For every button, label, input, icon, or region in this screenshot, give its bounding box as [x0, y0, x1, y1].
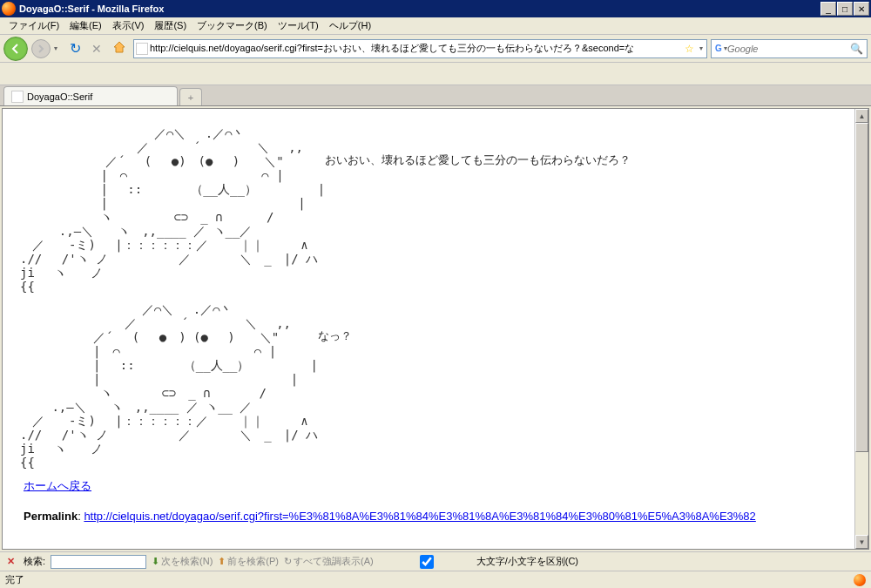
aa-block-1: ／⌒＼ .／⌒丶 ／ ´ ＼ ,, ／´ ( ●) (● ) ＼" | ⌒ ⌒ …: [20, 126, 868, 294]
menu-history[interactable]: 履歴(S): [149, 17, 192, 34]
highlight-icon: ↻: [284, 556, 292, 567]
find-bar: ✕ 検索: ⬇次を検索(N) ⬆前を検索(P) ↻ すべて強調表示(A) 大文字…: [0, 551, 871, 571]
scroll-down-button[interactable]: ▼: [855, 535, 868, 549]
forward-button: [31, 39, 51, 58]
tab-label: DoyagaO::Serif: [27, 91, 92, 102]
speech-text-1: おいおい、壊れるほど愛しても三分の一も伝わらないだろ？: [325, 126, 631, 168]
highlight-all-button: ↻ すべて強調表示(A): [284, 555, 374, 568]
scroll-track[interactable]: [855, 123, 868, 535]
aa-block-2: ／⌒＼ .／⌒丶 ／ ´ ＼ ,, ／´ ( ● ) (● ) ＼" | ⌒ ⌒…: [20, 302, 868, 470]
scroll-thumb[interactable]: [855, 123, 868, 452]
ascii-art-2: ／⌒＼ .／⌒丶 ／ ´ ＼ ,, ／´ ( ● ) (● ) ＼" | ⌒ ⌒…: [20, 302, 318, 470]
menu-file[interactable]: ファイル(F): [3, 17, 64, 34]
menu-view[interactable]: 表示(V): [107, 17, 150, 34]
arrow-left-icon: [10, 43, 22, 55]
speech-text-2: なっ？: [318, 302, 352, 344]
home-icon: [112, 40, 126, 54]
status-bar: 完了: [0, 571, 871, 588]
find-next-button: ⬇次を検索(N): [152, 555, 213, 568]
arrow-up-icon: ⬆: [218, 556, 226, 567]
vertical-scrollbar[interactable]: ▲ ▼: [854, 109, 868, 549]
google-icon: G: [713, 43, 724, 55]
findbar-label: 検索:: [24, 555, 45, 568]
page-icon: [136, 43, 148, 55]
case-checkbox-input[interactable]: [379, 555, 475, 569]
window-title: DoyagaO::Serif - Mozilla Firefox: [19, 3, 820, 14]
permalink-link[interactable]: http://cielquis.net/doyagao/serif.cgi?fi…: [84, 510, 755, 523]
tab-bar: DoyagaO::Serif +: [0, 85, 871, 106]
status-text: 完了: [5, 573, 24, 586]
search-icon[interactable]: 🔍: [848, 43, 865, 55]
bookmark-star-icon[interactable]: ☆: [681, 43, 698, 55]
stop-button: ✕: [88, 42, 105, 56]
menu-bookmarks[interactable]: ブックマーク(B): [192, 17, 273, 34]
case-sensitive-checkbox[interactable]: 大文字/小文字を区別(C): [379, 555, 578, 569]
address-bar[interactable]: ☆ ▾: [133, 39, 707, 58]
ascii-art-1: ／⌒＼ .／⌒丶 ／ ´ ＼ ,, ／´ ( ●) (● ) ＼" | ⌒ ⌒ …: [20, 126, 325, 294]
findbar-close-button[interactable]: ✕: [3, 556, 18, 567]
menu-bar: ファイル(F) 編集(E) 表示(V) 履歴(S) ブックマーク(B) ツール(…: [0, 17, 871, 35]
menu-edit[interactable]: 編集(E): [64, 17, 107, 34]
arrow-down-icon: ⬇: [152, 556, 159, 567]
scroll-up-button[interactable]: ▲: [855, 109, 868, 123]
findbar-input[interactable]: [51, 555, 146, 569]
search-input[interactable]: [727, 44, 848, 54]
window-titlebar: DoyagaO::Serif - Mozilla Firefox _ □ ✕: [0, 0, 871, 17]
arrow-right-icon: [37, 44, 45, 53]
home-link[interactable]: ホームへ戻る: [24, 479, 91, 492]
find-prev-button: ⬆前を検索(P): [218, 555, 279, 568]
reload-button[interactable]: ↻: [66, 40, 84, 57]
permalink-label: Permalink: [24, 510, 78, 523]
maximize-button[interactable]: □: [837, 2, 853, 16]
minimize-button[interactable]: _: [820, 2, 836, 16]
search-box[interactable]: G ▾ 🔍: [711, 39, 868, 58]
close-button[interactable]: ✕: [854, 2, 869, 16]
firefox-status-icon: [854, 574, 866, 586]
back-button[interactable]: [3, 37, 28, 61]
case-label: 大文字/小文字を区別(C): [476, 555, 578, 568]
permalink-row: Permalink: http://cielquis.net/doyagao/s…: [24, 510, 868, 523]
home-link-row: ホームへ戻る: [24, 478, 868, 494]
history-dropdown-icon[interactable]: ▾: [54, 44, 63, 52]
new-tab-button[interactable]: +: [179, 88, 202, 105]
window-buttons: _ □ ✕: [820, 2, 869, 16]
toolbar-spacer: [0, 63, 871, 85]
home-button[interactable]: [109, 40, 130, 57]
url-input[interactable]: [150, 44, 681, 54]
navigation-toolbar: ▾ ↻ ✕ ☆ ▾ G ▾ 🔍: [0, 35, 871, 63]
url-dropdown-icon[interactable]: ▾: [698, 44, 705, 52]
page-content: ／⌒＼ .／⌒丶 ／ ´ ＼ ,, ／´ ( ●) (● ) ＼" | ⌒ ⌒ …: [2, 108, 869, 550]
firefox-icon: [2, 2, 16, 16]
menu-help[interactable]: ヘルプ(H): [324, 17, 376, 34]
plus-icon: +: [188, 92, 193, 103]
tab-active[interactable]: DoyagaO::Serif: [3, 86, 178, 105]
menu-tools[interactable]: ツール(T): [273, 17, 324, 34]
tab-page-icon: [11, 91, 24, 103]
